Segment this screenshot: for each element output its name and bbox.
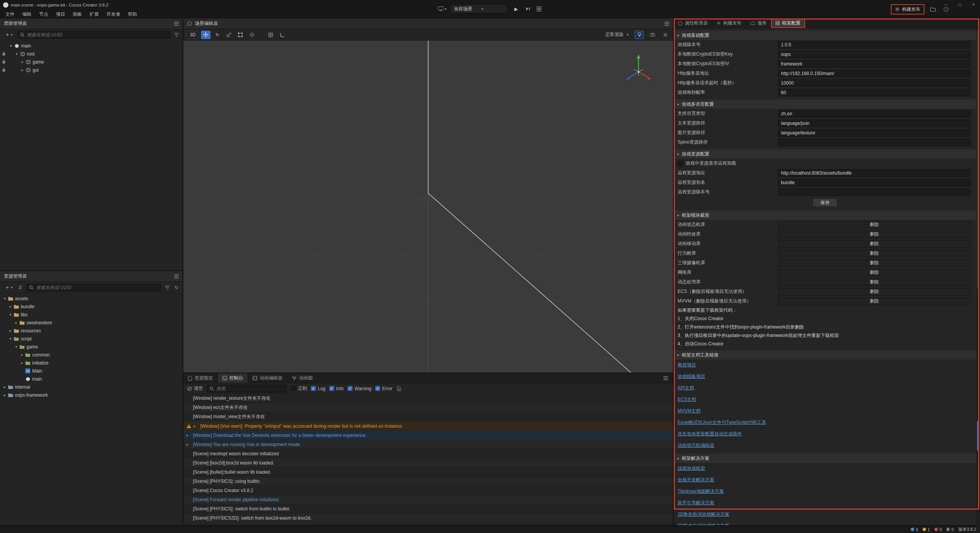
text-field[interactable]: zh,en [778,110,971,118]
lock-icon[interactable] [2,51,6,57]
axis-gizmo[interactable] [620,51,657,88]
tree-node-seedrandom[interactable]: ▸seedrandom [0,319,183,327]
notification-count[interactable]: 0 [946,527,954,532]
tree-node-gui[interactable]: ▸gui [0,66,183,74]
log-row[interactable]: [Scene] [box2d]:box2d wasm lib loaded. [183,458,673,468]
tree-node-oops-framework[interactable]: ▸oops-framework [0,391,183,399]
projection-3d-button[interactable]: 3D [186,31,199,39]
chevron-right-icon[interactable]: ▸ [2,393,7,397]
tab-animation-graph[interactable]: 动画图 [287,373,318,383]
tree-node-game[interactable]: ▸game [0,58,183,66]
text-field[interactable]: oops [778,51,971,58]
tree-node-game[interactable]: ▾game [0,343,183,351]
log-row[interactable]: ▸[Window] [Vue warn]: Property "onInput"… [183,422,673,431]
log-row[interactable]: [Window] model_view文件夹不存在 [183,412,673,422]
filter-error[interactable]: ✓Error [375,386,392,391]
module-delete-button[interactable]: 删除 [778,298,971,305]
text-field[interactable] [778,139,971,146]
log-row[interactable]: [Scene] [PHYSICS2D]: switch from box2d-w… [183,513,673,523]
assets-search[interactable] [26,284,161,291]
tree-node-main[interactable]: ▾main [0,42,183,50]
sort-icon[interactable] [17,285,23,289]
text-field[interactable]: 1.0.5 [778,41,971,49]
menu-node[interactable]: 节点 [35,10,52,18]
lock-icon[interactable] [2,67,6,73]
scene-menu-icon[interactable] [665,22,669,26]
regex-toggle[interactable]: 正则 [291,385,307,392]
log-row[interactable]: [Scene] [bullet]:bullet wasm lib loaded. [183,468,673,477]
hierarchy-search[interactable] [17,31,170,39]
tree-node-bundle[interactable]: ▸bundle [0,302,183,311]
gear-icon[interactable] [661,31,670,39]
scale-tool-button[interactable] [224,31,234,39]
menu-panel[interactable]: 面板 [69,10,86,18]
platform-icon[interactable]: ▾ [438,5,446,13]
tab-asset-preview[interactable]: 资源预览 [183,373,218,383]
menu-project[interactable]: 项目 [52,10,69,18]
chevron-down-icon[interactable]: ▾ [14,52,19,56]
section-header-框架解决方案[interactable]: ▾框架解决方案 [674,454,976,463]
doc-link[interactable]: 原生包热更新配置自动生成插件 [678,431,742,437]
menu-file[interactable]: 文件 [2,10,18,18]
log-row[interactable]: [Scene] [PHYSICS]: using builtin. [183,477,673,486]
rotate-tool-button[interactable]: ↻ [212,31,222,39]
move-tool-button[interactable] [201,31,211,39]
collapse-log-icon[interactable] [396,386,402,391]
hierarchy-search-input[interactable] [27,32,168,38]
menu-edit[interactable]: 编辑 [18,10,35,18]
doc-link[interactable]: ECS文档 [678,396,696,403]
console-menu-icon[interactable] [659,373,673,383]
warning-count[interactable]: 1 [923,527,930,532]
doc-link[interactable]: 动画状态机编辑器 [678,442,714,449]
menu-extension[interactable]: 扩展 [86,10,103,18]
save-button[interactable]: 保存 [813,198,837,207]
module-delete-button[interactable]: 删除 [778,231,971,238]
log-row[interactable]: [Scene] Forward render pipeline initiali… [183,495,673,504]
log-row[interactable]: [Window] ecs文件夹不存在 [183,403,673,412]
chevron-down-icon[interactable]: ▾ [14,345,19,349]
clear-console-button[interactable]: 清空 [187,385,203,392]
section-header-游戏资源配置[interactable]: ▾游戏资源配置 [674,149,976,159]
inspector-scrollbar[interactable] [976,28,980,525]
expand-arrow-icon[interactable]: ▸ [186,433,191,437]
log-row[interactable]: [Scene] Cocos Creator v3.8.2 [183,486,673,495]
light-toggle-icon[interactable] [635,31,644,39]
module-delete-button[interactable]: 删除 [778,269,971,276]
grid-snap-button[interactable] [277,31,287,39]
play-button[interactable]: ▶ [512,6,521,12]
text-field[interactable]: language/texture [778,129,971,137]
doc-link[interactable]: 3D角色扮演游戏解决方案 [678,523,729,525]
tree-node-script[interactable]: ▾script [0,335,183,343]
transform-tool-button[interactable] [247,31,256,39]
module-delete-button[interactable]: 删除 [778,278,971,286]
doc-link[interactable]: 战棋游戏框架 [678,465,705,472]
text-field[interactable]: 10000 [778,79,971,87]
help-icon[interactable]: ? [942,5,949,13]
assets-filter-icon[interactable] [164,286,170,289]
doc-link[interactable]: 全栈开发解决方案 [678,477,714,483]
info-count[interactable]: 3 [911,527,918,532]
layout-grid-icon[interactable] [536,5,542,13]
chevron-right-icon[interactable]: ▸ [20,361,24,365]
error-count[interactable]: 0 [934,527,942,532]
module-delete-button[interactable]: 删除 [778,259,971,267]
console-search[interactable] [207,385,287,392]
log-row[interactable]: [Window] render_texture文件夹不存在 [183,394,673,403]
module-delete-button[interactable]: 删除 [778,240,971,248]
menu-developer[interactable]: 开发者 [103,10,124,18]
add-asset-button[interactable]: ＋▾ [3,284,14,291]
chevron-right-icon[interactable]: ▸ [2,385,7,389]
text-field[interactable]: framework [778,60,971,68]
filter-warning[interactable]: ✓Warning [348,386,371,391]
doc-link[interactable]: Excel格式转Json文件与TypeScript代码工具 [678,419,766,426]
tree-node-root[interactable]: ▾root [0,50,183,58]
chevron-down-icon[interactable]: ▾ [2,296,7,301]
chevron-down-icon[interactable]: ▾ [8,44,13,48]
hierarchy-filter-icon[interactable] [173,33,180,37]
chevron-right-icon[interactable]: ▸ [20,68,25,72]
tab-animation-editor[interactable]: 动画编辑器 [248,373,287,383]
assets-search-input[interactable] [36,285,158,290]
tree-node-common[interactable]: ▸common [0,351,183,359]
chevron-right-icon[interactable]: ▸ [8,304,13,309]
log-row[interactable]: ▸[Window] You are running Vue in develop… [183,440,673,449]
